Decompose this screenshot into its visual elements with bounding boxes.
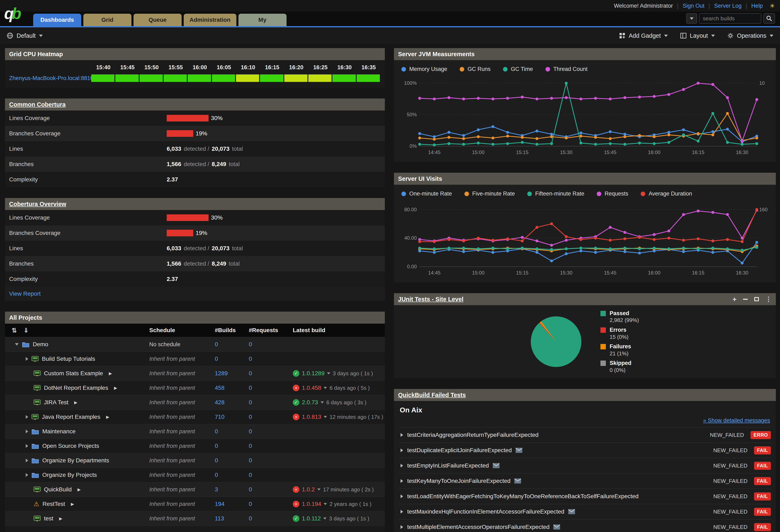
tab-grid[interactable]: Grid (83, 14, 132, 26)
run-build-icon[interactable]: ▶ (71, 501, 74, 506)
requests-count-link[interactable]: 0 (249, 399, 252, 405)
test-name-link[interactable]: testMultipleElementAccessorOperatorsFail… (407, 524, 549, 530)
project-name-link[interactable]: Organize By Departments (42, 457, 109, 464)
tree-expand-chevron[interactable] (26, 444, 28, 448)
build-version-link[interactable]: 2.0.73 (302, 399, 318, 406)
requests-count-link[interactable]: 0 (249, 515, 252, 522)
search-button[interactable] (764, 13, 775, 23)
run-build-icon[interactable]: ▶ (106, 415, 109, 420)
build-version-link[interactable]: 1.0.458 (302, 385, 321, 391)
move-gadget-icon[interactable]: + (733, 296, 736, 302)
build-menu-caret[interactable] (324, 503, 327, 505)
project-name-link[interactable]: Build Setup Tutorials (42, 355, 95, 362)
requests-count-link[interactable]: 0 (249, 341, 252, 347)
build-menu-caret[interactable] (324, 416, 327, 418)
build-version-link[interactable]: 1.0.813 (302, 414, 321, 420)
tree-expand-chevron[interactable] (26, 357, 28, 361)
message-icon[interactable] (568, 509, 575, 514)
tree-expand-chevron[interactable] (26, 473, 28, 477)
test-name-link[interactable]: testDuplicateExplicitJoinFailureExpected (407, 447, 512, 454)
requests-count-link[interactable]: 0 (249, 501, 252, 507)
builds-count-link[interactable]: 0 (215, 341, 218, 347)
project-name-link[interactable]: JIRA Test (44, 399, 68, 406)
heatmap-cell[interactable] (260, 75, 283, 82)
builds-count-link[interactable]: 194 (215, 501, 225, 507)
builds-count-link[interactable]: 0 (215, 355, 218, 362)
expand-test-chevron[interactable] (401, 510, 403, 514)
search-input[interactable] (699, 13, 761, 23)
run-build-icon[interactable]: ▶ (114, 385, 117, 390)
build-menu-caret[interactable] (323, 518, 327, 520)
heatmap-cell[interactable] (91, 75, 114, 82)
heatmap-cell[interactable] (188, 75, 211, 82)
panel-title-link[interactable]: Cobertura Overview (9, 201, 66, 207)
builds-count-link[interactable]: 3 (215, 486, 218, 493)
run-build-icon[interactable]: ▶ (74, 400, 77, 405)
project-name-link[interactable]: RestTest (43, 501, 65, 507)
expand-test-chevron[interactable] (401, 525, 403, 529)
builds-count-link[interactable]: 1289 (215, 370, 228, 377)
project-name-link[interactable]: test (44, 515, 53, 522)
test-name-link[interactable]: testCriteriaAggregationReturnTypeFailure… (407, 432, 538, 438)
search-scope-dropdown[interactable] (686, 13, 697, 23)
panel-title-link[interactable]: JUnit Tests - Site Level (398, 296, 464, 303)
heatmap-cell[interactable] (212, 75, 235, 82)
message-icon[interactable] (514, 478, 521, 484)
build-menu-caret[interactable] (317, 488, 321, 490)
requests-count-link[interactable]: 0 (249, 428, 252, 435)
test-name-link[interactable]: testEmptyInListFailureExpected (407, 462, 489, 469)
expand-test-chevron[interactable] (401, 479, 403, 483)
build-version-link[interactable]: 1.0.194 (302, 501, 321, 507)
maximize-gadget-icon[interactable] (754, 297, 759, 301)
requests-count-link[interactable]: 0 (249, 457, 252, 464)
heatmap-cell[interactable] (163, 75, 187, 82)
heatmap-cell[interactable] (357, 75, 380, 82)
test-name-link[interactable]: testMaxindexHqlFunctionInElementAccessor… (407, 509, 565, 515)
gadget-menu-icon[interactable]: ⋮ (766, 296, 772, 302)
tree-expand-chevron[interactable] (26, 430, 28, 433)
sign-out-link[interactable]: Sign Out (683, 3, 704, 9)
builds-count-link[interactable]: 710 (215, 414, 225, 420)
build-version-link[interactable]: 1.0.2 (302, 486, 315, 493)
quickbuild-logo[interactable]: qb (4, 2, 19, 25)
message-icon[interactable] (493, 463, 500, 468)
project-name-link[interactable]: Demo (33, 341, 48, 348)
heatmap-cell[interactable] (284, 75, 307, 82)
sort-icon[interactable]: ⇅ (12, 327, 17, 334)
dashboard-selector[interactable]: Default (7, 32, 43, 39)
build-menu-caret[interactable] (321, 401, 324, 403)
test-name-link[interactable]: testLoadEntityWithEagerFetchingToKeyMany… (407, 493, 639, 500)
operations-button[interactable]: Operations (727, 32, 773, 39)
expand-test-chevron[interactable] (401, 433, 403, 437)
heatmap-cell[interactable] (140, 75, 163, 82)
grid-node-link[interactable]: Zhenyus-MacBook-Pro.local:8810 (9, 75, 91, 82)
layout-button[interactable]: Layout (680, 32, 715, 39)
project-name-link[interactable]: DotNet Report Examples (44, 385, 108, 391)
project-name-link[interactable]: Open Source Projects (42, 443, 99, 449)
run-build-icon[interactable]: ▶ (109, 371, 112, 376)
heatmap-cell[interactable] (308, 75, 332, 82)
panel-title-link[interactable]: Common Cobertura (9, 101, 65, 108)
requests-count-link[interactable]: 0 (249, 472, 252, 478)
expand-test-chevron[interactable] (401, 464, 403, 468)
collapse-all-icon[interactable]: ⇓ (23, 327, 29, 334)
builds-count-link[interactable]: 458 (215, 385, 225, 391)
tab-queue[interactable]: Queue (134, 14, 182, 26)
build-menu-caret[interactable] (324, 387, 327, 389)
project-name-link[interactable]: Organize By Projects (42, 472, 97, 478)
project-name-link[interactable]: Maintenance (42, 428, 76, 435)
builds-count-link[interactable]: 0 (215, 457, 218, 464)
panel-title-link[interactable]: QuickBuild Failed Tests (398, 392, 466, 398)
view-report-link[interactable]: View Report (9, 290, 41, 297)
tab-administration[interactable]: Administration (184, 14, 236, 26)
requests-count-link[interactable]: 0 (249, 414, 252, 420)
tree-expand-chevron[interactable] (26, 458, 28, 462)
test-name-link[interactable]: testKeyManyToOneJoinFailureExpected (407, 478, 510, 484)
message-icon[interactable] (553, 524, 560, 530)
heatmap-cell[interactable] (115, 75, 139, 82)
project-name-link[interactable]: Java Report Examples (42, 414, 100, 420)
requests-count-link[interactable]: 0 (249, 486, 252, 493)
add-gadget-button[interactable]: Add Gadget (619, 32, 668, 39)
tab-dashboards[interactable]: Dashboards (33, 14, 81, 26)
expand-test-chevron[interactable] (401, 494, 403, 498)
